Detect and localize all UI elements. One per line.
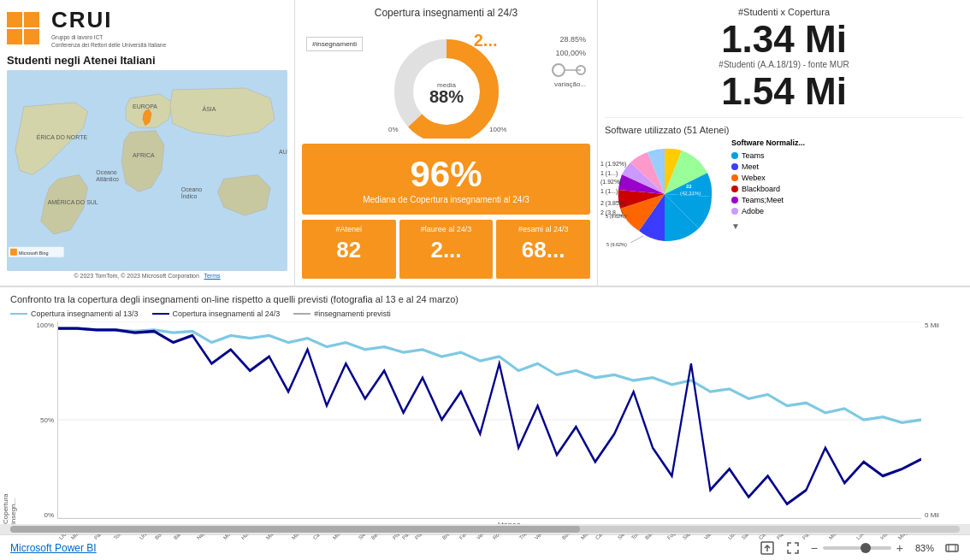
software-title: Software utilizzato (51 Atenei) (605, 125, 963, 135)
pie-chart: 22 (42.31%) 5 (9.62%) 5 (9.62%) 1 (1.92%… (605, 139, 725, 252)
orange-big-box: 96% Mediana de Copertura insegnamenti al… (302, 144, 590, 215)
top-section: CRUI Gruppo di lavoro ICT Conferenza dei… (0, 0, 970, 286)
chart-title: Confronto tra la copertura degli insegna… (10, 294, 960, 304)
big-percentage: 96% (309, 154, 583, 195)
main-chart: LIUC Milano P... Palermo Torino Po... Ur… (57, 321, 921, 519)
big-subtitle: Mediana de Copertura insegnamenti al 24/… (309, 195, 583, 204)
legend-webex: Webex (731, 174, 805, 182)
y-axis-right: 5 Mil 0 Mil #insegnamenti pr... (921, 321, 960, 519)
chart-container: 100% 50% 0% Copertura insegn... (10, 321, 960, 519)
scrollbar-area[interactable] (0, 524, 970, 534)
zoom-control: − + 83% (811, 541, 934, 555)
pct-labels: 28.85% 100,00% variação... (552, 32, 586, 91)
svg-text:ÉRICA DO NORTE: ÉRICA DO NORTE (37, 133, 88, 140)
zoom-slider[interactable] (823, 546, 891, 550)
zoom-thumb[interactable] (861, 543, 871, 553)
svg-text:AU...: AU... (279, 149, 287, 155)
crui-logo-sq4 (24, 29, 39, 44)
line2-indicator (152, 313, 169, 315)
blackboard-dot (731, 186, 738, 192)
y-axis-left: 100% 50% 0% Copertura insegn... (10, 321, 57, 519)
students-value2: 1.54 Mi (605, 73, 963, 110)
stat-lauree-label: #lauree al 24/3 (405, 225, 488, 233)
map-footer: © 2023 TomTom, © 2023 Microsoft Corporat… (7, 273, 287, 279)
crui-logo (7, 12, 44, 44)
legend-line1: Copertura insegnamenti al 13/3 (10, 309, 139, 318)
line3-indicator (293, 313, 311, 315)
svg-text:AMÉRICA DO SUL: AMÉRICA DO SUL (48, 198, 98, 205)
webex-dot (731, 174, 738, 181)
svg-text:EUROPA: EUROPA (133, 103, 157, 109)
dashboard: CRUI Gruppo di lavoro ICT Conferenza dei… (0, 0, 970, 560)
scrollbar-track[interactable] (10, 526, 960, 533)
legend-scroll[interactable]: ▼ (731, 221, 805, 231)
stat-atenei: #Atenei 82 (302, 220, 396, 279)
svg-rect-12 (10, 249, 17, 256)
terms-link[interactable]: Terms (204, 273, 221, 279)
stat-atenei-value: 82 (307, 237, 391, 263)
teamsmeet-dot (731, 197, 738, 203)
scrollbar-thumb[interactable] (10, 526, 580, 533)
students-value1: 1.34 Mi (605, 21, 963, 58)
y-axis-left-label: Copertura insegn... (2, 475, 17, 524)
fullscreen-icon[interactable] (785, 540, 801, 556)
svg-text:Atlântico: Atlântico (96, 177, 119, 183)
svg-rect-34 (946, 545, 958, 551)
map-container: ÉRICA DO NORTE EUROPA ÁSIA AFRICA AMÉRIC… (7, 70, 287, 271)
legend-blackboard: Blackboard (731, 185, 805, 193)
meet-dot (731, 163, 738, 170)
svg-text:88%: 88% (429, 87, 463, 106)
legend-title: Software Normaliz... (731, 139, 805, 147)
teams-dot (731, 152, 738, 159)
svg-text:Índico: Índico (181, 192, 198, 199)
students-title: #Studenti x Copertura (605, 7, 963, 17)
software-legend: Software Normaliz... Teams Meet Webex (731, 139, 805, 252)
crui-group: Gruppo di lavoro ICT Conferenza dei Rett… (51, 33, 166, 49)
stat-atenei-label: #Atenei (307, 225, 391, 233)
zoom-minus[interactable]: − (811, 541, 818, 555)
svg-text:(42.31%): (42.31%) (680, 191, 701, 196)
fit-icon[interactable] (944, 540, 960, 556)
crui-header: CRUI Gruppo di lavoro ICT Conferenza dei… (7, 7, 287, 49)
svg-point-14 (553, 64, 565, 76)
svg-text:5 (9.62%): 5 (9.62%) (606, 242, 627, 247)
crui-logo-sq3 (7, 29, 22, 44)
stat-esami-value: 68... (501, 237, 585, 263)
left-panel: CRUI Gruppo di lavoro ICT Conferenza dei… (0, 0, 295, 286)
software-section: Software utilizzato (51 Atenei) (605, 125, 963, 279)
legend-teams: Teams (731, 151, 805, 160)
right-panel: #Studenti x Copertura 1.34 Mi #Studenti … (598, 0, 970, 286)
pie-outer-labels: 1 (1.92%) 1 (1...) (1.92%) 1 (1...) 2 (3… (600, 160, 626, 217)
donut-area: #insegnamenti 28.85% 100,00% variação. (302, 24, 590, 144)
export-icon[interactable] (760, 540, 775, 556)
x-axis-labels: LIUC Milano P... Palermo Torino Po... Ur… (58, 533, 921, 542)
filter-label: #insegnamenti (306, 37, 363, 51)
svg-text:22: 22 (686, 184, 692, 189)
chart-legend: Copertura insegnamenti al 13/3 Copertura… (10, 309, 960, 318)
map-svg: ÉRICA DO NORTE EUROPA ÁSIA AFRICA AMÉRIC… (7, 70, 287, 271)
svg-text:Oceano: Oceano (181, 186, 202, 192)
donut-chart: media 88% 0% 100% 2... (378, 27, 515, 141)
svg-text:ÁSIA: ÁSIA (203, 105, 216, 112)
svg-text:0%: 0% (388, 126, 399, 133)
students-section: #Studenti x Copertura 1.34 Mi #Studenti … (605, 7, 963, 118)
legend-meet: Meet (731, 162, 805, 171)
svg-text:100%: 100% (489, 126, 506, 133)
mini-chart (552, 62, 586, 79)
powerbi-link[interactable]: Microsoft Power BI (10, 542, 97, 554)
coverage-title: Copertura insegnamenti al 24/3 (302, 7, 590, 19)
legend-line2: Copertura insegnamenti al 24/3 (152, 309, 281, 318)
crui-name: CRUI (51, 7, 166, 33)
zoom-value: 83% (908, 543, 934, 553)
map-title: Studenti negli Atenei Italiani (7, 54, 287, 67)
stats-row: #Atenei 82 #lauree al 24/3 2... #esami a… (302, 220, 590, 279)
chart-svg (58, 321, 921, 518)
zoom-plus[interactable]: + (896, 541, 903, 555)
crui-logo-sq1 (7, 12, 22, 27)
students-subtitle: #Studenti (A.A.18/19) - fonte MUR (605, 60, 963, 69)
svg-text:AFRICA: AFRICA (133, 153, 155, 159)
legend-teamsmeet: Teams;Meet (731, 196, 805, 204)
bottom-section: Confronto tra la copertura degli insegna… (0, 286, 970, 524)
svg-text:Microsoft Bing: Microsoft Bing (19, 251, 49, 256)
crui-text: CRUI Gruppo di lavoro ICT Conferenza dei… (51, 7, 166, 49)
